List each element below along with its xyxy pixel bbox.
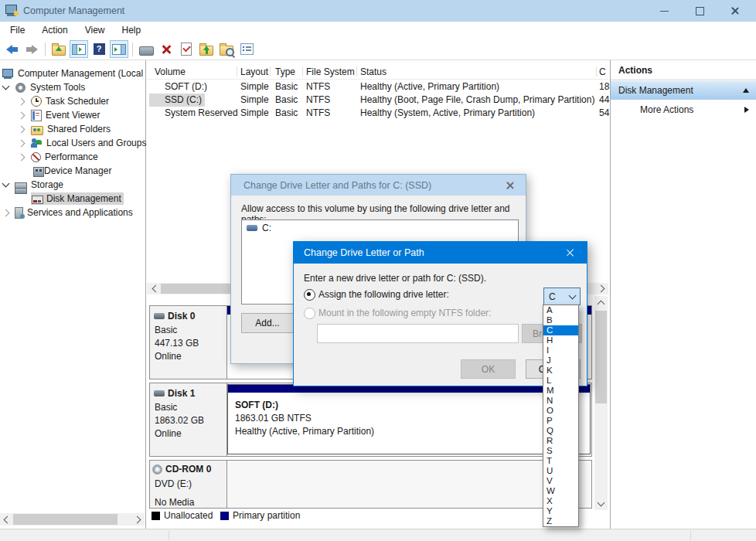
explore-button[interactable] (217, 40, 236, 58)
scroll-down-button[interactable] (595, 498, 607, 509)
menu-action[interactable]: Action (33, 22, 76, 39)
cdrom-panel[interactable]: CD-ROM 0 DVD (E:) No Media (149, 460, 592, 509)
help-button[interactable]: ? (90, 40, 108, 58)
volume-row-ssd[interactable]: SSD (C:) Simple Basic NTFS Healthy (Boot… (147, 94, 608, 107)
list-item[interactable]: C: (242, 220, 518, 236)
back-button[interactable] (2, 40, 21, 58)
actions-more-actions[interactable]: More Actions (611, 101, 756, 118)
tree-item-performance[interactable]: Performance (19, 150, 98, 164)
tree-item-system-tools[interactable]: System Tools (3, 80, 85, 94)
column-header-layout[interactable]: Layout (240, 65, 268, 79)
dropdown-option[interactable]: P (543, 416, 578, 426)
scroll-left-button[interactable] (1, 514, 12, 525)
drive-letter-combobox[interactable]: C (543, 288, 581, 305)
chevron-right-icon[interactable] (18, 125, 26, 133)
tree-item-task-scheduler[interactable]: Task Scheduler (19, 94, 109, 108)
column-header-type[interactable]: Type (275, 65, 295, 79)
menu-view[interactable]: View (77, 22, 114, 39)
mount-folder-radio[interactable] (304, 308, 315, 319)
dialog-titlebar[interactable]: Change Drive Letter or Path (294, 242, 587, 264)
disk-icon (154, 390, 165, 396)
dropdown-option[interactable]: Q (543, 426, 578, 436)
dropdown-option[interactable]: I (543, 345, 578, 356)
dropdown-option[interactable]: S (543, 446, 578, 456)
dropdown-option[interactable]: B (543, 315, 578, 325)
chevron-down-icon[interactable] (2, 180, 10, 188)
volume-row-system-reserved[interactable]: System Reserved Simple Basic NTFS Health… (147, 107, 608, 120)
dropdown-option[interactable]: T (543, 456, 578, 466)
column-header-status[interactable]: Status (360, 65, 387, 79)
disk1-panel[interactable]: Disk 1 Basic 1863.02 GB Online SOFT (D:)… (149, 383, 592, 457)
up-folder-button[interactable] (197, 40, 216, 58)
ok-button[interactable]: OK (461, 359, 516, 379)
dropdown-option[interactable]: Y (543, 506, 578, 516)
tree-item-disk-management[interactable]: Disk Management (31, 192, 124, 206)
volume-row-soft[interactable]: SOFT (D:) Simple Basic NTFS Healthy (Act… (147, 80, 608, 94)
disk-name: Disk 1 (168, 388, 195, 399)
menu-file[interactable]: File (2, 22, 33, 39)
disk1-partition-soft[interactable]: SOFT (D:) 1863.01 GB NTFS Healthy (Activ… (227, 384, 591, 454)
dropdown-option[interactable]: K (543, 366, 578, 376)
chevron-right-icon[interactable] (18, 111, 26, 119)
scroll-left-button[interactable] (149, 284, 160, 294)
dropdown-option[interactable]: J (543, 356, 578, 366)
dropdown-option[interactable]: L (543, 376, 578, 386)
dropdown-option[interactable]: M (543, 386, 578, 396)
tree-item-local-users-groups[interactable]: Local Users and Groups (19, 136, 146, 150)
dropdown-option[interactable]: R (543, 436, 578, 446)
chevron-down-icon[interactable] (2, 83, 10, 90)
add-button[interactable]: Add... (241, 313, 294, 333)
properties-button[interactable] (177, 40, 196, 58)
scroll-right-button[interactable] (596, 284, 607, 294)
close-icon[interactable] (506, 181, 515, 190)
dropdown-option[interactable]: V (543, 476, 578, 486)
minimize-button[interactable] (646, 0, 682, 22)
column-header-capacity[interactable]: C (599, 65, 606, 79)
disk-vertical-scrollbar[interactable] (594, 296, 608, 510)
dropdown-option-selected[interactable]: C (543, 325, 578, 335)
dropdown-option[interactable]: O (543, 406, 578, 416)
column-header-file-system[interactable]: File System (306, 65, 355, 79)
tree-item-device-manager[interactable]: Device Manager (32, 164, 111, 178)
tree-item-shared-folders[interactable]: Shared Folders (19, 122, 111, 136)
tree-horizontal-scrollbar[interactable] (0, 513, 145, 526)
dropdown-option[interactable]: U (543, 466, 578, 476)
assign-drive-letter-label[interactable]: Assign the following drive letter: (318, 289, 449, 300)
dropdown-option[interactable]: Z (543, 516, 578, 526)
dropdown-option[interactable]: W (543, 486, 578, 496)
maximize-button[interactable] (682, 0, 717, 22)
column-header-volume[interactable]: Volume (155, 65, 186, 79)
dropdown-option[interactable]: A (543, 305, 578, 315)
chevron-right-icon[interactable] (18, 97, 26, 105)
delete-button[interactable] (157, 40, 175, 58)
dropdown-option[interactable]: X (543, 496, 578, 506)
disk-device-button[interactable] (137, 40, 155, 58)
dropdown-option[interactable]: N (543, 396, 578, 406)
chevron-right-icon[interactable] (2, 209, 10, 216)
assign-drive-letter-radio[interactable] (304, 289, 315, 301)
checklist-button[interactable] (237, 40, 256, 58)
export-list-button[interactable] (49, 40, 68, 58)
show-console-tree-button[interactable] (70, 40, 88, 58)
mount-path-field[interactable] (317, 324, 519, 343)
tree-item-services-applications[interactable]: Services and Applications (3, 206, 133, 219)
forward-button[interactable] (22, 40, 41, 58)
dropdown-option[interactable]: H (543, 335, 578, 345)
collapse-arrow-icon[interactable] (743, 88, 749, 93)
scrollbar-thumb[interactable] (595, 311, 607, 403)
dialog-titlebar[interactable]: Change Drive Letter and Paths for C: (SS… (231, 175, 526, 196)
chevron-right-icon[interactable] (18, 153, 26, 161)
scroll-up-button[interactable] (595, 298, 607, 308)
show-action-pane-button[interactable] (110, 40, 128, 58)
chevron-right-icon[interactable] (18, 139, 26, 147)
scrollbar-thumb[interactable] (13, 514, 117, 525)
tree-item-event-viewer[interactable]: Event Viewer (19, 108, 100, 122)
tree-item-storage[interactable]: Storage (3, 178, 63, 192)
close-icon[interactable] (566, 248, 575, 257)
chevron-down-icon (569, 291, 577, 299)
menu-help[interactable]: Help (114, 22, 150, 39)
close-button[interactable] (717, 0, 753, 22)
tree-item-computer-management[interactable]: Computer Management (Local (2, 66, 143, 80)
scroll-right-button[interactable] (132, 514, 143, 525)
actions-disk-management[interactable]: Disk Management (611, 81, 756, 100)
